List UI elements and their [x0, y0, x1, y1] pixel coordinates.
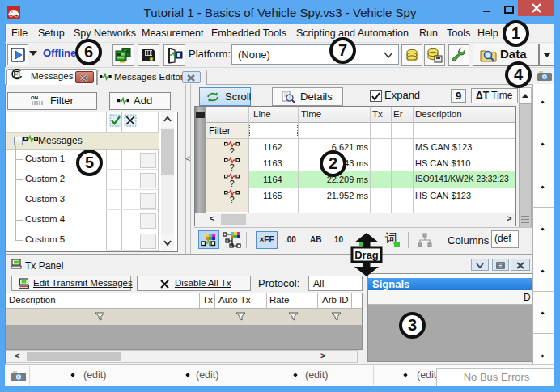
svg-text:?: ? — [230, 162, 235, 171]
svg-text:?: ? — [230, 195, 235, 204]
svg-text:?: ? — [230, 146, 235, 155]
svg-text:?: ? — [230, 179, 235, 188]
svg-text:Drag: Drag — [354, 249, 379, 261]
svg-text:ON: ON — [31, 95, 38, 100]
